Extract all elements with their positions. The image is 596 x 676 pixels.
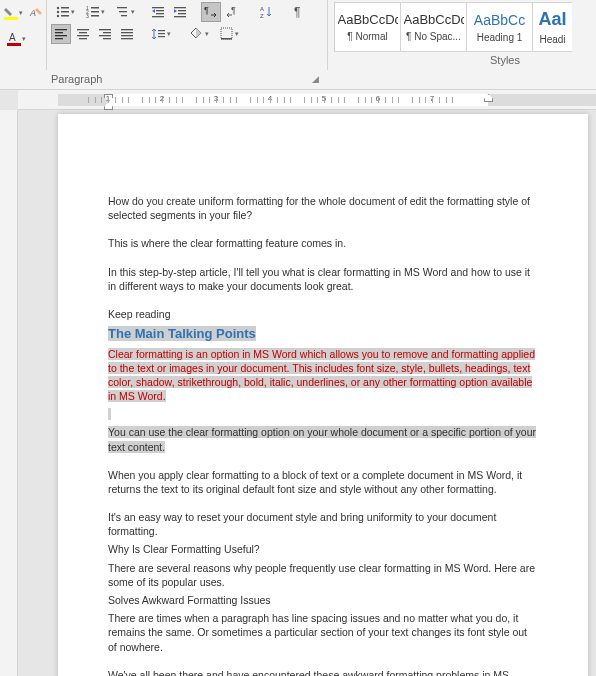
show-hide-marks-button[interactable]: ¶: [289, 2, 309, 22]
svg-rect-34: [55, 35, 67, 36]
body-text: Solves Awkward Formatting Issues: [108, 593, 538, 607]
svg-rect-5: [61, 7, 69, 9]
svg-rect-46: [121, 35, 133, 36]
ribbon: ▾ A A▾ ▾ 123▾ ▾ ¶ ¶: [0, 0, 596, 90]
svg-rect-21: [156, 13, 164, 14]
body-text: In this step-by-step article, I'll tell …: [108, 265, 538, 293]
svg-rect-22: [152, 16, 164, 17]
body-text: Keep reading: [108, 307, 538, 321]
svg-rect-37: [79, 32, 87, 33]
svg-rect-11: [91, 7, 99, 9]
document-area: 1234567 How do you create uniform format…: [0, 90, 596, 676]
justify-button[interactable]: [117, 24, 137, 44]
svg-rect-26: [174, 16, 186, 17]
body-text: How do you create uniform formatting for…: [108, 194, 538, 222]
svg-rect-20: [156, 10, 164, 11]
vertical-ruler[interactable]: [0, 110, 18, 676]
align-left-button[interactable]: [51, 24, 71, 44]
svg-rect-35: [55, 38, 63, 39]
svg-text:Z: Z: [260, 13, 264, 19]
svg-rect-7: [61, 11, 69, 13]
selected-body-text: Clear formatting is an option in MS Word…: [108, 347, 538, 404]
rtl-text-direction-button[interactable]: ¶: [223, 2, 243, 22]
paragraph-group-label: Paragraph: [51, 73, 102, 85]
styles-group-label: Styles: [490, 54, 520, 66]
svg-rect-25: [178, 13, 186, 14]
style-heading-2[interactable]: AaI Headi: [532, 2, 572, 52]
document-page[interactable]: How do you create uniform formatting for…: [58, 114, 588, 676]
line-spacing-button[interactable]: ▾: [147, 24, 175, 44]
svg-rect-9: [61, 15, 69, 17]
svg-rect-24: [178, 10, 186, 11]
selected-body-text: [108, 407, 538, 421]
svg-point-4: [56, 7, 58, 9]
svg-rect-0: [4, 17, 18, 20]
clear-formatting-button[interactable]: A: [27, 3, 44, 23]
svg-rect-51: [221, 28, 232, 39]
svg-text:¶: ¶: [231, 5, 236, 15]
increase-indent-button[interactable]: [171, 2, 191, 22]
body-text: Why Is Clear Formatting Useful?: [108, 542, 538, 556]
svg-text:A: A: [9, 32, 16, 43]
svg-rect-33: [55, 32, 63, 33]
shading-button[interactable]: ▾: [185, 24, 213, 44]
svg-rect-16: [117, 7, 127, 8]
style-normal[interactable]: AaBbCcDc ¶ Normal: [334, 2, 400, 52]
style-no-spacing[interactable]: AaBbCcDc ¶ No Spac...: [400, 2, 466, 52]
bullets-button[interactable]: ▾: [51, 2, 79, 22]
styles-gallery[interactable]: AaBbCcDc ¶ Normal AaBbCcDc ¶ No Spac... …: [334, 2, 596, 52]
svg-rect-49: [158, 33, 165, 34]
body-text: There are several reasons why people fre…: [108, 561, 538, 589]
svg-rect-47: [121, 38, 133, 39]
svg-text:¶: ¶: [204, 5, 209, 15]
svg-rect-23: [174, 7, 186, 8]
body-text: There are times when a paragraph has lin…: [108, 611, 538, 654]
svg-point-6: [56, 11, 58, 13]
svg-rect-44: [121, 29, 133, 30]
numbering-button[interactable]: 123▾: [81, 2, 109, 22]
svg-text:A: A: [260, 6, 264, 12]
paragraph-dialog-launcher-icon[interactable]: ◢: [312, 74, 323, 84]
svg-text:¶: ¶: [294, 5, 300, 19]
paragraph-group: ▾ 123▾ ▾ ¶ ¶ AZ ¶ ▾: [47, 0, 327, 89]
font-color-button[interactable]: A▾: [2, 29, 30, 49]
highlight-color-button[interactable]: ▾: [2, 3, 25, 23]
sort-button[interactable]: AZ: [253, 2, 281, 22]
svg-rect-45: [121, 32, 133, 33]
svg-rect-52: [221, 38, 232, 40]
svg-rect-17: [119, 11, 127, 12]
body-text: This is where the clear formatting featu…: [108, 236, 538, 250]
align-right-button[interactable]: [95, 24, 115, 44]
svg-rect-32: [55, 29, 67, 30]
svg-rect-39: [79, 38, 87, 39]
body-text: When you apply clear formatting to a blo…: [108, 468, 538, 496]
body-text: It's an easy way to reset your document …: [108, 510, 538, 538]
font-group-partial: ▾ A A▾: [0, 0, 46, 89]
svg-rect-40: [99, 29, 111, 30]
body-text: We've all been there and have encountere…: [108, 668, 538, 676]
svg-rect-42: [99, 35, 111, 36]
svg-rect-50: [158, 36, 165, 37]
ltr-text-direction-button[interactable]: ¶: [201, 2, 221, 22]
align-center-button[interactable]: [73, 24, 93, 44]
svg-rect-19: [152, 7, 164, 8]
svg-rect-13: [91, 11, 99, 13]
svg-point-8: [56, 15, 58, 17]
svg-rect-48: [158, 30, 165, 31]
svg-rect-38: [77, 35, 89, 36]
borders-button[interactable]: ▾: [215, 24, 243, 44]
multilevel-list-button[interactable]: ▾: [111, 2, 139, 22]
horizontal-ruler[interactable]: 1234567: [18, 90, 596, 110]
selected-body-text: You can use the clear formatting option …: [108, 425, 538, 453]
svg-rect-41: [103, 32, 111, 33]
selected-heading: The Main Talking Points: [108, 325, 538, 343]
svg-rect-36: [77, 29, 89, 30]
svg-rect-18: [121, 15, 127, 16]
svg-rect-3: [7, 43, 21, 46]
styles-group: AaBbCcDc ¶ Normal AaBbCcDc ¶ No Spac... …: [328, 0, 596, 89]
decrease-indent-button[interactable]: [149, 2, 169, 22]
svg-text:A: A: [29, 8, 36, 18]
svg-rect-15: [91, 15, 99, 17]
svg-rect-43: [103, 38, 111, 39]
svg-text:3: 3: [86, 13, 89, 19]
